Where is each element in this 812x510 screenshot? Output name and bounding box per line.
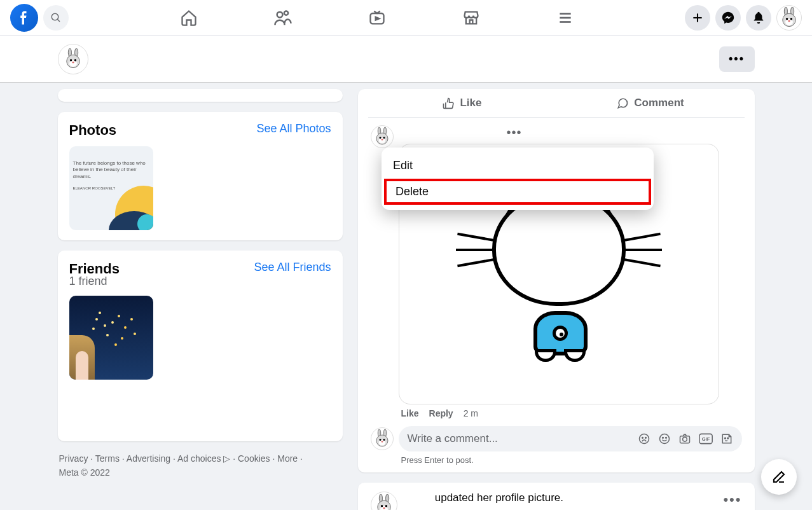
profile-bar-avatar[interactable] [58, 44, 88, 74]
comment-placeholder: Write a comment... [408, 432, 498, 445]
top-nav-center [120, 3, 634, 33]
post-like-button[interactable]: Like [368, 89, 556, 117]
avatar-icon [778, 7, 800, 29]
comment-hint: Press Enter to post. [401, 455, 745, 465]
menu-tab[interactable] [550, 3, 581, 33]
svg-point-56 [383, 507, 385, 509]
photo-quote-text: The future belongs to those who believe … [73, 160, 148, 180]
svg-point-30 [381, 139, 383, 140]
next-post-options-button[interactable]: ••• [723, 492, 741, 508]
top-nav-right [685, 5, 802, 31]
plus-icon [691, 11, 704, 24]
home-tab[interactable] [174, 3, 204, 33]
post-comment-label: Comment [634, 97, 684, 109]
next-post-avatar[interactable] [371, 492, 397, 510]
svg-point-35 [379, 439, 381, 441]
search-button[interactable] [43, 5, 69, 31]
emoji-icon[interactable] [658, 432, 671, 445]
svg-point-41 [659, 434, 669, 444]
svg-text:GIF: GIF [701, 436, 710, 442]
svg-point-49 [727, 438, 728, 439]
svg-point-3 [284, 11, 287, 15]
left-column: Photos See All Photos The future belongs… [58, 89, 343, 510]
svg-point-2 [277, 11, 282, 17]
comment-icon [616, 97, 629, 109]
see-all-photos-link[interactable]: See All Photos [256, 122, 331, 135]
gif-icon[interactable]: GIF [699, 432, 713, 445]
compose-icon [771, 469, 787, 485]
svg-point-40 [645, 438, 646, 439]
messenger-button[interactable] [715, 5, 741, 31]
svg-point-37 [381, 441, 383, 442]
post-actions-bar: Like Comment [368, 89, 745, 118]
my-avatar[interactable] [371, 427, 394, 450]
friends-card: Friends See All Friends 1 friend [58, 251, 343, 441]
profile-bar: ••• [0, 36, 812, 83]
hamburger-icon [557, 10, 574, 26]
friend-thumbnail[interactable] [69, 296, 153, 380]
sticker-icon[interactable] [720, 432, 733, 445]
post-comment-button[interactable]: Comment [556, 89, 745, 117]
create-button[interactable] [685, 5, 710, 31]
footer-links: Privacy · Terms · Advertising · Ad choic… [58, 451, 343, 480]
post-card: Like Comment ••• [358, 89, 755, 472]
next-post-card: name updated her profile picture. ••• [358, 483, 755, 510]
comment-actions: Like Reply 2 m [401, 408, 745, 418]
svg-point-21 [69, 59, 71, 61]
comment-like-link[interactable]: Like [401, 408, 419, 418]
svg-point-14 [786, 18, 788, 20]
ellipsis-icon: ••• [729, 52, 745, 65]
notifications-button[interactable] [746, 5, 771, 31]
next-post-text: name updated her profile picture. [405, 492, 716, 504]
search-icon [50, 12, 62, 24]
top-nav-left [10, 4, 69, 32]
svg-point-20 [69, 60, 77, 66]
photo-thumbnail[interactable]: The future belongs to those who believe … [69, 146, 153, 230]
avatar-icon [373, 494, 395, 510]
svg-point-27 [378, 138, 385, 144]
avatar-icon [62, 48, 84, 70]
svg-point-43 [665, 438, 666, 439]
bell-icon [752, 11, 766, 25]
facebook-logo[interactable] [10, 4, 38, 32]
marketplace-tab[interactable] [456, 3, 486, 33]
svg-point-34 [378, 440, 385, 446]
footer-meta: Meta © 2022 [59, 467, 110, 478]
account-avatar[interactable] [776, 5, 802, 31]
intro-card-bottom [58, 89, 343, 102]
svg-point-38 [639, 434, 649, 444]
svg-point-13 [785, 18, 793, 25]
footer-links-text[interactable]: Privacy · Terms · Advertising · Ad choic… [59, 453, 303, 464]
avatar-icon [373, 429, 392, 448]
menu-delete[interactable]: Delete [384, 179, 651, 205]
comment-input[interactable]: Write a comment... GIF [399, 426, 742, 451]
camera-icon[interactable] [678, 432, 691, 445]
top-nav [0, 0, 812, 36]
photos-title: Photos [69, 122, 117, 139]
like-icon [442, 97, 455, 109]
svg-point-42 [662, 438, 663, 439]
watch-tab[interactable] [362, 3, 392, 33]
comment-input-icons: GIF [638, 432, 733, 445]
svg-point-0 [52, 13, 58, 20]
svg-point-48 [724, 438, 726, 439]
avatar-sticker-icon[interactable] [638, 432, 650, 445]
svg-point-54 [380, 505, 382, 507]
profile-more-button[interactable]: ••• [719, 46, 755, 72]
comment-reply-link[interactable]: Reply [429, 408, 453, 418]
friends-icon [273, 8, 292, 27]
post-like-label: Like [460, 97, 481, 109]
comment-timestamp: 2 m [464, 408, 478, 418]
commenter-avatar[interactable] [371, 125, 394, 148]
comment-options-button[interactable]: ••• [507, 125, 742, 140]
friends-tab[interactable] [268, 3, 298, 33]
see-all-friends-link[interactable]: See All Friends [254, 261, 331, 274]
svg-line-1 [57, 19, 60, 22]
svg-point-15 [790, 18, 792, 20]
svg-point-39 [642, 438, 643, 439]
menu-edit[interactable]: Edit [382, 153, 654, 179]
svg-point-36 [383, 439, 385, 441]
messenger-icon [721, 11, 735, 25]
comment-context-menu: Edit Delete [382, 148, 654, 210]
compose-fab[interactable] [761, 459, 797, 495]
